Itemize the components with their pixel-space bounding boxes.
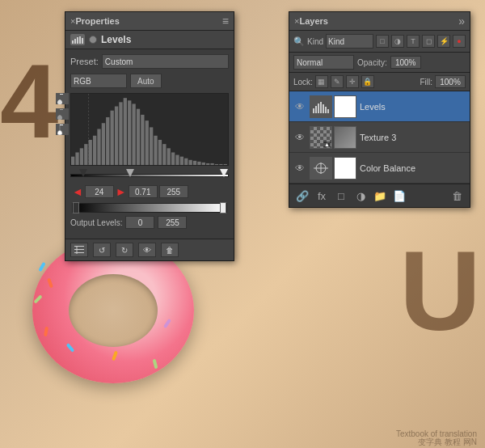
midpoint-input[interactable]: [129, 185, 158, 198]
link-layers-button[interactable]: 🔗: [294, 188, 310, 204]
properties-body: Preset: Custom RGB Auto: [65, 49, 234, 239]
white-dropper-button[interactable]: [56, 124, 69, 135]
svg-rect-13: [93, 136, 96, 165]
colorbalance-thumb-wrap: [310, 157, 356, 180]
filter-shape-button[interactable]: ◻: [422, 35, 435, 48]
svg-rect-36: [193, 161, 196, 165]
svg-rect-41: [215, 164, 218, 165]
layers-expand-button[interactable]: »: [458, 15, 465, 27]
svg-rect-37: [197, 162, 200, 165]
svg-rect-10: [80, 148, 83, 165]
svg-rect-1: [74, 39, 76, 44]
svg-rect-54: [325, 107, 327, 113]
lock-move-button[interactable]: ✛: [346, 75, 359, 88]
toolbar-history-button[interactable]: ↻: [116, 243, 133, 257]
svg-rect-55: [327, 109, 329, 113]
red-arrow-left-icon: ◄: [72, 185, 83, 198]
black-dropper-button[interactable]: [56, 93, 69, 104]
svg-rect-50: [315, 106, 317, 113]
layer-visibility-levels[interactable]: 👁: [293, 100, 306, 113]
output-white-handle[interactable]: [220, 202, 226, 213]
layer-item-levels[interactable]: 👁 Levels: [289, 91, 470, 122]
svg-rect-24: [141, 115, 144, 165]
svg-rect-12: [89, 140, 92, 165]
svg-rect-43: [224, 164, 227, 165]
toolbar-delete-button[interactable]: 🗑: [161, 243, 179, 257]
layer-item-colorbalance[interactable]: 👁 Color Balance: [289, 153, 470, 184]
layers-filter-row: 🔍 Kind Kind □ ◑ T ◻ ⚡ ●: [289, 31, 470, 53]
svg-rect-20: [124, 98, 127, 165]
layer-visibility-texture3[interactable]: 👁: [293, 131, 306, 144]
properties-title: Properties: [75, 16, 119, 26]
svg-rect-28: [158, 140, 162, 165]
lock-all-button[interactable]: 🔒: [361, 75, 374, 88]
output-white-input[interactable]: [158, 216, 187, 229]
blend-mode-select[interactable]: Normal: [293, 55, 354, 70]
new-adjustment-button[interactable]: ◑: [352, 188, 369, 204]
black-point-handle[interactable]: [79, 169, 87, 177]
svg-rect-45: [74, 246, 84, 247]
properties-titlebar: × Properties ≡: [65, 12, 234, 31]
layers-blend-row: Normal Opacity:: [289, 53, 470, 73]
kind-select[interactable]: Kind: [326, 34, 373, 49]
svg-rect-6: [60, 109, 63, 110]
preset-label: Preset:: [70, 57, 99, 66]
svg-rect-33: [180, 157, 183, 165]
svg-rect-53: [323, 104, 324, 113]
output-black-input[interactable]: [125, 216, 154, 229]
colorbalance-mask-thumb: [334, 157, 356, 180]
midpoint-handle[interactable]: [126, 169, 134, 177]
filter-smart-button[interactable]: ⚡: [437, 35, 450, 48]
toolbar-eye-button[interactable]: 👁: [138, 243, 156, 257]
filter-type-button[interactable]: T: [407, 35, 420, 48]
output-black-handle[interactable]: [73, 202, 79, 213]
preset-select[interactable]: Custom: [102, 54, 229, 69]
output-levels-label: Output Levels:: [70, 218, 122, 227]
filter-toggle-button[interactable]: ●: [453, 35, 466, 48]
layer-name-levels: Levels: [360, 102, 466, 112]
layers-title: Layers: [299, 16, 327, 26]
channel-select[interactable]: RGB: [70, 74, 127, 88]
kind-label: Kind: [307, 37, 323, 46]
colorbalance-icon-thumb: [310, 157, 332, 180]
opacity-input[interactable]: [390, 56, 421, 69]
svg-rect-35: [189, 160, 192, 165]
toolbar-reset-button[interactable]: ↺: [93, 243, 111, 257]
auto-button[interactable]: Auto: [130, 74, 162, 88]
svg-rect-31: [171, 152, 175, 165]
svg-rect-2: [77, 37, 78, 44]
output-levels-slider[interactable]: [72, 203, 227, 213]
new-layer-button[interactable]: 📄: [391, 188, 407, 204]
layer-name-colorbalance: Color Balance: [360, 163, 466, 173]
add-mask-button[interactable]: □: [333, 188, 349, 204]
filter-pixel-button[interactable]: □: [376, 35, 389, 48]
gray-dropper-button[interactable]: [56, 108, 69, 120]
delete-layer-button[interactable]: 🗑: [449, 188, 465, 204]
red-arrow-right-icon: ►: [116, 185, 127, 198]
output-levels-row: Output Levels:: [70, 216, 229, 229]
toolbar-button-1[interactable]: [70, 243, 88, 257]
fill-label: Fill:: [420, 78, 432, 87]
fill-input[interactable]: [435, 75, 466, 88]
svg-rect-25: [146, 120, 149, 165]
food-letter-u: U: [399, 235, 481, 348]
input-levels-slider[interactable]: [70, 169, 229, 182]
filter-icons: □ ◑ T ◻ ⚡ ●: [376, 35, 466, 48]
svg-rect-40: [210, 163, 213, 165]
layer-item-texture3[interactable]: 👁 ▲ Texture 3: [289, 122, 470, 153]
white-point-handle[interactable]: [220, 169, 228, 177]
layer-visibility-colorbalance[interactable]: 👁: [293, 162, 306, 175]
food-letter-4: 4: [0, 49, 58, 154]
fx-button[interactable]: fx: [314, 188, 330, 204]
black-point-input[interactable]: [85, 185, 114, 198]
properties-expand-button[interactable]: ≡: [222, 15, 229, 27]
lock-paint-button[interactable]: ✎: [331, 75, 344, 88]
lock-transparency-button[interactable]: ▦: [315, 75, 328, 88]
svg-rect-5: [60, 94, 63, 95]
white-point-input[interactable]: [159, 185, 188, 198]
svg-rect-14: [97, 129, 100, 165]
new-group-button[interactable]: 📁: [372, 188, 388, 204]
filter-adjustment-button[interactable]: ◑: [391, 35, 404, 48]
layers-lock-row: Lock: ▦ ✎ ✛ 🔒 Fill:: [289, 73, 470, 91]
svg-rect-27: [154, 136, 157, 165]
